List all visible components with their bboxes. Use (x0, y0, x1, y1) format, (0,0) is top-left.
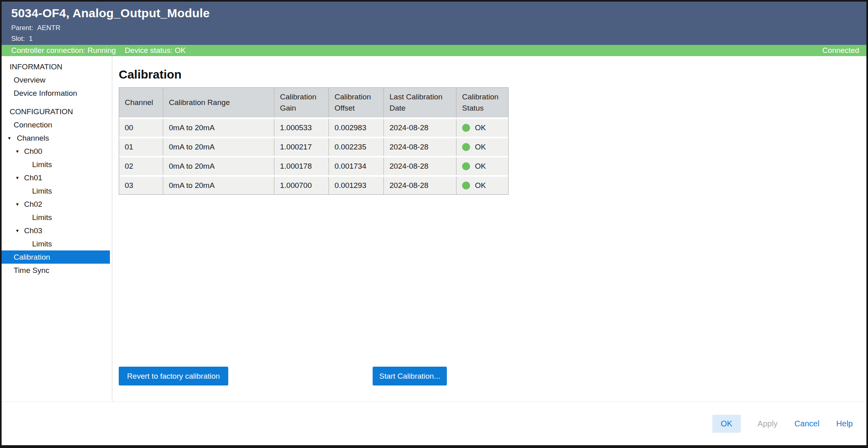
sidebar-item-label: CONFIGURATION (10, 107, 73, 116)
status-ok-dot-icon (462, 162, 470, 170)
sidebar-item-label: Limits (32, 160, 52, 169)
sidebar-item-time-sync[interactable]: Time Sync (2, 264, 112, 277)
section-title: Calibration (119, 67, 866, 81)
start-calibration-button[interactable]: Start Calibration... (373, 367, 447, 385)
sidebar-item-label: Overview (14, 76, 45, 85)
cell-calibration-offset: 0.002983 (329, 119, 384, 137)
sidebar-item-label: Connection (14, 121, 52, 129)
help-button[interactable]: Help (836, 419, 853, 428)
cell-last-calibration-date: 2024-08-28 (384, 119, 456, 137)
sidebar-item-limits[interactable]: Limits (2, 158, 112, 171)
cell-channel: 03 (119, 177, 163, 194)
cell-calibration-gain: 1.000217 (274, 138, 329, 156)
sidebar-section-header: INFORMATION (2, 60, 112, 73)
chevron-down-icon[interactable]: ▾ (16, 201, 24, 207)
table-row[interactable]: 00 0mA to 20mA 1.000533 0.002983 2024-08… (119, 119, 508, 137)
table-header-row: Channel Calibration Range Calibration Ga… (119, 88, 508, 117)
module-properties-window: 5034-OF4, Analog_Output_Module Parent:AE… (0, 0, 868, 448)
cell-last-calibration-date: 2024-08-28 (384, 177, 456, 194)
table-row[interactable]: 01 0mA to 20mA 1.000217 0.002235 2024-08… (119, 138, 508, 156)
sidebar-item-label: Ch01 (24, 174, 42, 182)
chevron-down-icon[interactable]: ▾ (16, 175, 24, 181)
sidebar-item-label: Ch00 (24, 147, 42, 156)
status-text: OK (475, 180, 486, 192)
slot-label: Slot: (11, 35, 25, 42)
sidebar-item-ch03[interactable]: ▾ Ch03 (2, 224, 112, 237)
status-text: OK (475, 122, 486, 134)
sidebar-item-label: Calibration (14, 253, 50, 262)
dialog-footer: OK Apply Cancel Help (2, 402, 866, 445)
cell-calibration-range: 0mA to 20mA (163, 177, 274, 194)
cell-calibration-gain: 1.000178 (274, 157, 329, 175)
cell-calibration-gain: 1.000700 (274, 177, 329, 194)
page-title: 5034-OF4, Analog_Output_Module (11, 6, 857, 20)
calibration-table: Channel Calibration Range Calibration Ga… (119, 87, 509, 195)
status-ok-dot-icon (462, 124, 470, 132)
status-ok-dot-icon (462, 143, 470, 151)
column-header: Channel (119, 88, 163, 117)
status-ok-dot-icon (462, 182, 470, 190)
controller-connection-status: Controller connection: Running (11, 46, 116, 55)
device-status: Device status: OK (125, 46, 186, 55)
cell-last-calibration-date: 2024-08-28 (384, 138, 456, 156)
apply-button[interactable]: Apply (758, 419, 778, 428)
sidebar-item-ch00[interactable]: ▾ Ch00 (2, 145, 112, 158)
calibration-actions: Revert to factory calibration Start Cali… (119, 367, 447, 385)
slot-value: 1 (29, 35, 32, 42)
sidebar: INFORMATION Overview Device Information (2, 56, 112, 402)
parent-value: AENTR (37, 24, 61, 32)
sidebar-item-label: Channels (17, 134, 49, 143)
sidebar-item-label: Device Information (14, 89, 77, 98)
column-header: Calibration Offset (329, 88, 384, 117)
chevron-down-icon[interactable]: ▾ (8, 135, 17, 141)
sidebar-item-limits[interactable]: Limits (2, 211, 112, 224)
sidebar-item-channels[interactable]: ▾ Channels (2, 131, 112, 145)
main-panel: Calibration Channel Calibration Range Ca… (112, 56, 866, 402)
column-header: Calibration Status (456, 88, 508, 117)
status-bar: Controller connection: Running Device st… (2, 45, 866, 56)
ok-button[interactable]: OK (712, 415, 741, 433)
cell-calibration-gain: 1.000533 (274, 119, 329, 137)
sidebar-list: INFORMATION Overview Device Information (2, 60, 112, 277)
cell-calibration-status: OK (456, 119, 508, 137)
sidebar-item-label: INFORMATION (10, 63, 63, 71)
sidebar-item-limits[interactable]: Limits (2, 184, 112, 198)
sidebar-item-device-information[interactable]: Device Information (2, 87, 112, 100)
cancel-button[interactable]: Cancel (795, 419, 819, 428)
sidebar-item-label: Time Sync (14, 266, 49, 275)
sidebar-item-limits[interactable]: Limits (2, 237, 112, 250)
header: 5034-OF4, Analog_Output_Module Parent:AE… (2, 2, 866, 45)
column-header: Calibration Gain (274, 88, 329, 117)
sidebar-item-ch01[interactable]: ▾ Ch01 (2, 171, 112, 184)
cell-calibration-status: OK (456, 157, 508, 175)
column-header: Calibration Range (163, 88, 274, 117)
connection-state-badge: Connected (822, 46, 859, 55)
cell-calibration-range: 0mA to 20mA (163, 138, 274, 156)
cell-channel: 01 (119, 138, 163, 156)
status-text: OK (475, 141, 486, 153)
revert-factory-calibration-button[interactable]: Revert to factory calibration (119, 367, 228, 385)
sidebar-item-label: Limits (32, 213, 52, 222)
sidebar-item-label: Limits (32, 240, 52, 248)
sidebar-section-header: CONFIGURATION (2, 105, 112, 118)
cell-calibration-offset: 0.001293 (329, 177, 384, 194)
cell-calibration-offset: 0.002235 (329, 138, 384, 156)
sidebar-item-calibration[interactable]: Calibration (2, 250, 110, 264)
sidebar-item-ch02[interactable]: ▾ Ch02 (2, 198, 112, 211)
cell-last-calibration-date: 2024-08-28 (384, 157, 456, 175)
cell-calibration-offset: 0.001734 (329, 157, 384, 175)
column-header: Last Calibration Date (384, 88, 456, 117)
chevron-down-icon[interactable]: ▾ (16, 228, 24, 234)
cell-channel: 00 (119, 119, 163, 137)
sidebar-item-connection[interactable]: Connection (2, 118, 112, 131)
slot-line: Slot:1 (11, 35, 857, 43)
table-row[interactable]: 03 0mA to 20mA 1.000700 0.001293 2024-08… (119, 177, 508, 194)
table-row[interactable]: 02 0mA to 20mA 1.000178 0.001734 2024-08… (119, 157, 508, 175)
sidebar-item-overview[interactable]: Overview (2, 73, 112, 87)
content-area: INFORMATION Overview Device Information (2, 56, 866, 402)
parent-line: Parent:AENTR (11, 24, 857, 32)
table-body: 00 0mA to 20mA 1.000533 0.002983 2024-08… (119, 119, 508, 194)
sidebar-item-label: Ch02 (24, 200, 42, 209)
chevron-down-icon[interactable]: ▾ (16, 148, 24, 154)
cell-calibration-range: 0mA to 20mA (163, 119, 274, 137)
